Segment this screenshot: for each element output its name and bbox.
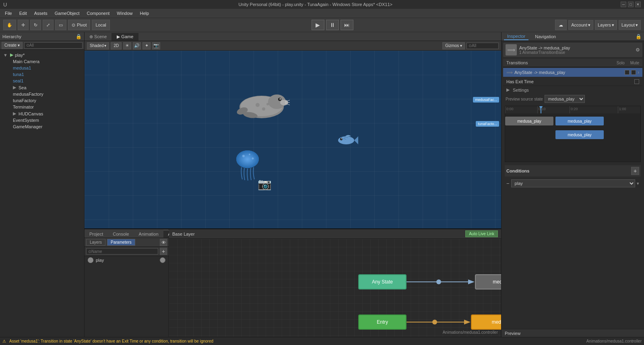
chevron-right-icon[interactable]: › — [638, 70, 639, 75]
animator-canvas[interactable]: Any State medusa_play Entry medusa_swim — [169, 239, 501, 337]
collab-button[interactable]: ☁ — [555, 20, 567, 30]
transition-timeline[interactable]: 0:00 0:10 0:20 1:00 medusa_play — [505, 106, 641, 162]
has-exit-time-checkbox[interactable] — [634, 79, 639, 84]
account-dropdown[interactable]: Account ▾ — [568, 20, 593, 30]
camera-object: 📷 — [258, 177, 272, 191]
hand-tool[interactable]: ✋ — [3, 20, 16, 30]
move-tool[interactable]: ✛ — [18, 20, 29, 30]
inspector-lock-icon[interactable]: 🔒 — [636, 34, 642, 39]
menu-window[interactable]: Window — [114, 10, 136, 16]
audio-icon-btn[interactable]: 🔊 — [133, 42, 141, 49]
menu-file[interactable]: File — [2, 10, 15, 16]
menu-component[interactable]: Component — [83, 10, 113, 16]
hierarchy-item-sea[interactable]: ▶ Sea — [0, 84, 84, 91]
eye-icon-btn[interactable]: 👁 — [160, 239, 167, 246]
warning-icon: ⚠ — [2, 339, 6, 343]
param-value-indicator[interactable] — [160, 257, 165, 263]
hierarchy-item-eventsystem[interactable]: EventSystem — [0, 117, 84, 123]
tab-inspector[interactable]: Inspector — [504, 33, 528, 40]
add-condition-button[interactable]: + — [631, 167, 639, 175]
shaded-dropdown[interactable]: Shaded ▾ — [87, 42, 109, 49]
layout-dropdown[interactable]: Layout ▾ — [619, 20, 641, 30]
camera-icon-btn[interactable]: 📷 — [152, 42, 160, 49]
menu-gameobject[interactable]: GameObject — [52, 10, 83, 16]
pivot-button[interactable]: ⊙ Pivot — [68, 20, 90, 30]
gizmos-dropdown[interactable]: Gizmos ▾ — [442, 42, 465, 49]
tab-game[interactable]: ▶ Game — [112, 33, 138, 41]
base-layer-label: Base Layer — [172, 232, 195, 236]
hierarchy-lock-icon[interactable]: 🔒 — [76, 34, 82, 39]
hierarchy-search[interactable] — [24, 42, 83, 49]
2d-button[interactable]: 2D — [111, 42, 122, 49]
menu-help[interactable]: Help — [136, 10, 152, 16]
layers-tab-btn[interactable]: Layers — [86, 239, 105, 246]
transition-mute-checkbox[interactable] — [631, 70, 636, 75]
state-medusa-swim[interactable]: medusa_swim — [471, 314, 501, 330]
maximize-button[interactable]: □ — [628, 2, 634, 7]
transition-item-anystate-medusa[interactable]: ⟹ AnyState -> medusa_play › — [503, 68, 642, 77]
tab-animation[interactable]: Animation — [134, 230, 163, 238]
settings-gear-icon[interactable]: ⚙ — [636, 47, 640, 53]
menu-assets[interactable]: Assets — [31, 10, 51, 16]
toolbar: ✋ ✛ ↻ ⤢ ▭ ⊙ Pivot Local ▶ ⏸ ⏭ ☁ Account … — [0, 18, 644, 32]
hierarchy-item-hudcanvas[interactable]: ▶ HUDCanvas — [0, 110, 84, 117]
hierarchy-item-medusafactory[interactable]: medusaFactory — [0, 91, 84, 97]
effects-icon-btn[interactable]: ✦ — [142, 42, 151, 49]
pause-button[interactable]: ⏸ — [326, 20, 339, 30]
params-search-input[interactable] — [86, 248, 158, 255]
scale-tool[interactable]: ⤢ — [43, 20, 54, 30]
hierarchy-item-tunafactory[interactable]: tunaFactory — [0, 97, 84, 104]
minimize-button[interactable]: ─ — [621, 2, 626, 7]
condition-select-play[interactable]: play — [511, 179, 635, 187]
hierarchy-item-seal1[interactable]: seal1 — [0, 78, 84, 84]
hierarchy-label-tunafactory: tunaFactory — [13, 98, 36, 103]
preview-source-label: Preview source state — [506, 97, 543, 101]
state-entry[interactable]: Entry — [358, 314, 407, 330]
rotate-tool[interactable]: ↻ — [30, 20, 41, 30]
tab-navigation[interactable]: Navigation — [532, 33, 559, 40]
expand-icon-sea: ▶ — [13, 85, 16, 90]
tab-console[interactable]: Console — [108, 230, 134, 238]
conditions-label: Conditions — [506, 168, 529, 173]
auto-live-link-button[interactable]: Auto Live Link — [465, 230, 498, 237]
params-search-bar: + — [85, 247, 169, 256]
bottom-area: Project Console Animation Animator Layer… — [85, 228, 501, 337]
hierarchy-item-tuna1[interactable]: tuna1 — [0, 71, 84, 78]
params-tab-btn[interactable]: Parameters — [107, 239, 135, 246]
local-button[interactable]: Local — [92, 20, 109, 30]
hierarchy-item-medusa1[interactable]: medusa1 — [0, 65, 84, 71]
preview-source-select[interactable]: medusa_play — [545, 95, 585, 103]
lighting-icon-btn[interactable]: ☀ — [123, 42, 131, 49]
svg-point-22 — [252, 158, 254, 160]
hierarchy-item-gamemanager[interactable]: GameManager — [0, 123, 84, 130]
play-button[interactable]: ▶ — [312, 20, 324, 30]
state-medusa-play[interactable]: medusa_play — [475, 274, 501, 290]
hierarchy-item-main-camera[interactable]: Main Camera — [0, 58, 84, 65]
layers-dropdown[interactable]: Layers ▾ — [595, 20, 617, 30]
playhead-triangle — [539, 106, 543, 109]
settings-row[interactable]: ▶ Settings — [503, 86, 642, 94]
create-button[interactable]: Create ▾ — [2, 42, 23, 49]
hierarchy-item-play[interactable]: ▼ ▶ play* — [0, 51, 84, 58]
hierarchy-item-terminator[interactable]: Terminator — [0, 104, 84, 110]
close-button[interactable]: ✕ — [635, 2, 641, 7]
rect-tool[interactable]: ▭ — [55, 20, 66, 30]
tuna-factory-label: tunaFacto... — [476, 121, 499, 127]
tab-scene[interactable]: ⊕ Scene — [85, 33, 112, 41]
status-warning-text: Asset 'medusa1': Transition in state 'An… — [9, 339, 213, 343]
menu-edit[interactable]: Edit — [16, 10, 30, 16]
conditions-section: Conditions + − play ▾ — [503, 164, 642, 190]
param-item-play[interactable]: play — [85, 256, 169, 264]
viewport-search[interactable] — [466, 43, 499, 49]
add-param-button[interactable]: + — [160, 248, 167, 255]
playhead[interactable] — [541, 106, 541, 113]
step-button[interactable]: ⏭ — [341, 20, 353, 30]
state-any-state[interactable]: Any State — [358, 274, 407, 290]
animation-path: Animations/medusa1.controller — [443, 330, 498, 335]
hierarchy-label-eventsystem: EventSystem — [13, 118, 39, 123]
remove-condition-icon[interactable]: − — [506, 181, 510, 187]
param-label-play: play — [96, 258, 104, 263]
tab-project[interactable]: Project — [85, 230, 108, 238]
bottom-left-tabs: Project Console Animation Animator — [85, 229, 169, 238]
transition-solo-checkbox[interactable] — [625, 70, 630, 75]
